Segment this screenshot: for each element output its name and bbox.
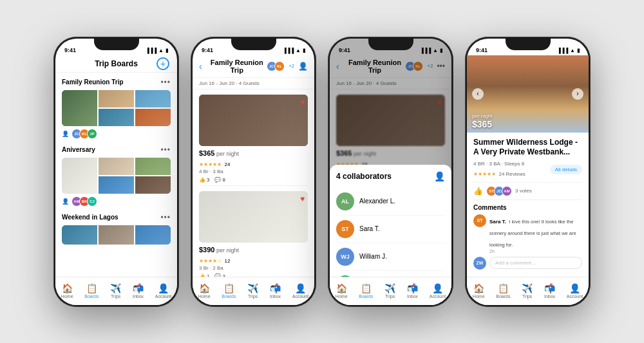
nav-account-1[interactable]: 👤 Account (155, 283, 171, 299)
price-overlay-label: per night (472, 113, 492, 119)
listing-1-phone2: ♥ $365 per night ★★★★★ 24 (193, 89, 314, 186)
notch-1 (94, 39, 139, 50)
board-menu-3[interactable]: ••• (160, 213, 171, 222)
vote-button[interactable]: 👍 (473, 187, 483, 196)
board-menu-2[interactable]: ••• (160, 145, 171, 154)
trip-avatar-2b: KL (274, 61, 285, 71)
nav-trips-1[interactable]: ✈️ Trips (110, 283, 121, 299)
board-img-2e (135, 176, 171, 194)
status-icons-4: ▐▐▐ ▲ ▮ (557, 48, 580, 53)
trip-meta-2: Jun 16 - Jun 20 · 4 Guests (193, 78, 314, 89)
notch-4 (506, 39, 551, 50)
all-details-button[interactable]: All details (550, 165, 582, 174)
detail-hero-image: ‹ › per night $365 (467, 55, 589, 133)
comment-button-1-phone2[interactable]: 💬 8 (214, 177, 225, 183)
add-board-button[interactable]: + (156, 57, 169, 70)
board-images-2 (62, 158, 171, 194)
board-img-1d (99, 109, 134, 126)
board-title-2: Aniversary (62, 146, 95, 153)
nav-inbox-4[interactable]: 📬 Inbox (544, 283, 555, 299)
listing-price-2-phone2: $390 per night (199, 246, 239, 254)
trip-header-2: ‹ Family Reunion Trip JC KL +2 👤 (193, 55, 314, 78)
signal-icon-2: ▐▐▐ (283, 48, 294, 53)
nav-trips-4[interactable]: ✈️ Trips (522, 283, 533, 299)
nav-account-label-1: Account (155, 294, 171, 299)
bottom-nav-1: 🏠 Home 📋 Boards ✈️ Trips 📬 Inbox (55, 277, 177, 305)
status-time-2: 9:41 (202, 47, 213, 53)
listing-img-bg-2 (199, 191, 308, 243)
nav-home-label-1: Home (61, 294, 73, 299)
notch-3 (368, 39, 413, 50)
extra-guests-2: +2 (289, 63, 294, 69)
wifi-icon: ▲ (158, 48, 164, 53)
listing-price-1-phone2: $365 per night (199, 149, 239, 157)
listings-area-2: ♥ $365 per night ★★★★★ 24 (193, 89, 314, 277)
nav-boards-4[interactable]: 📋 Boards (496, 283, 510, 299)
price-overlay-amount: $365 (472, 119, 492, 129)
listing-stars-1-phone2: ★★★★★ 24 (199, 157, 239, 169)
board-images-1 (62, 90, 171, 126)
add-collaborator-button[interactable]: 👤 (434, 171, 445, 181)
back-button-2[interactable]: ‹ (199, 61, 202, 71)
nav-trips-3[interactable]: ✈️ Trips (384, 283, 395, 299)
heart-button-1-phone2[interactable]: ♥ (300, 98, 305, 107)
status-icons-1: ▐▐▐ ▲ ▮ (146, 48, 168, 53)
nav-inbox-1[interactable]: 📬 Inbox (133, 283, 144, 299)
comment-avatar-1: ST (473, 214, 486, 227)
prev-image-button[interactable]: ‹ (472, 88, 484, 100)
nav-account-3[interactable]: 👤 Account (430, 283, 446, 299)
collab-name-1: Alexander L. (359, 198, 395, 205)
heart-button-2-phone2[interactable]: ♥ (300, 194, 305, 203)
board-card-2: Aniversary ••• 👤 (62, 145, 171, 207)
reviews-count: 24 Reviews (498, 171, 525, 177)
battery-icon-4: ▮ (577, 48, 580, 53)
nav-boards-1[interactable]: 📋 Boards (84, 283, 99, 299)
nav-home-3[interactable]: 🏠 Home (336, 283, 348, 299)
screen-1: Trip Boards + Family Reunion Trip ••• (55, 55, 177, 305)
status-icons-2: ▐▐▐ ▲ ▮ (283, 48, 305, 53)
inbox-icon-1: 📬 (133, 283, 144, 293)
phone-4: 9:41 ▐▐▐ ▲ ▮ ‹ › per night $365 (465, 37, 591, 307)
board-title-1: Family Reunion Trip (62, 79, 124, 86)
nav-inbox-3[interactable]: 📬 Inbox (407, 283, 418, 299)
add-member-button-2[interactable]: 👤 (298, 62, 308, 71)
nav-home-2[interactable]: 🏠 Home (198, 283, 211, 299)
nav-boards-label-1: Boards (84, 294, 99, 299)
boards-icon-1: 📋 (86, 283, 97, 293)
comment-author-1: Sara T. (489, 219, 506, 225)
phone-2: 9:41 ▐▐▐ ▲ ▮ ‹ Family Reunion Trip JC KL (191, 37, 316, 307)
detail-body: Summer Wilderness Lodge - A Very Private… (467, 133, 589, 277)
board-card-1: Family Reunion Trip ••• 👤 (62, 78, 171, 139)
nav-boards-2[interactable]: 📋 Boards (222, 283, 236, 299)
nav-inbox-label-1: Inbox (133, 294, 144, 299)
board-img-1e (135, 109, 171, 126)
nav-home-4[interactable]: 🏠 Home (473, 283, 485, 299)
comment-item-1: ST Sara T. I love this one! It looks lik… (473, 214, 582, 254)
phone-3: 9:41 ▐▐▐ ▲ ▮ ‹ Family Reunion Trip JC KL (328, 37, 453, 307)
board-menu-1[interactable]: ••• (160, 78, 171, 87)
boards-list: Family Reunion Trip ••• 👤 (55, 73, 177, 277)
collab-header: 4 collaborators 👤 (336, 171, 445, 181)
comment-input-field[interactable]: Add a comment... (489, 257, 582, 269)
thumb-up-icon-1: 👍 (199, 177, 205, 183)
screen-3: ‹ Family Reunion Trip JC KL +2 ••• Jun 1… (330, 55, 451, 305)
board-footer-1: 👤 JC KL JP (62, 129, 171, 139)
collab-item-1: AL Alexander L. (336, 188, 445, 216)
account-icon-1: 👤 (158, 283, 169, 293)
collab-avatar-1: AL (336, 192, 354, 210)
trip-avatars-2: JC KL (267, 61, 285, 71)
nav-boards-3[interactable]: 📋 Boards (359, 283, 373, 299)
avatar-1c: JP (87, 129, 97, 139)
wifi-icon-2: ▲ (296, 48, 301, 53)
like-button-1-phone2[interactable]: 👍 3 (199, 177, 209, 183)
nav-home-1[interactable]: 🏠 Home (61, 283, 73, 299)
comment-content-1: Sara T. I love this one! It looks like t… (489, 214, 582, 254)
nav-account-4[interactable]: 👤 Account (567, 283, 583, 299)
nav-account-2[interactable]: 👤 Account (292, 283, 308, 299)
nav-inbox-2[interactable]: 📬 Inbox (270, 283, 281, 299)
phones-container: 9:41 ▐▐▐ ▲ ▮ Trip Boards + Family Reunio… (41, 24, 603, 320)
detail-specs: 4 BR · 3 BA · Sleeps 8 (473, 161, 526, 167)
detail-specs-group: 4 BR · 3 BA · Sleeps 8 ★★★★★ 24 Reviews (473, 161, 526, 178)
next-image-button[interactable]: › (572, 88, 583, 100)
nav-trips-2[interactable]: ✈️ Trips (247, 283, 258, 299)
